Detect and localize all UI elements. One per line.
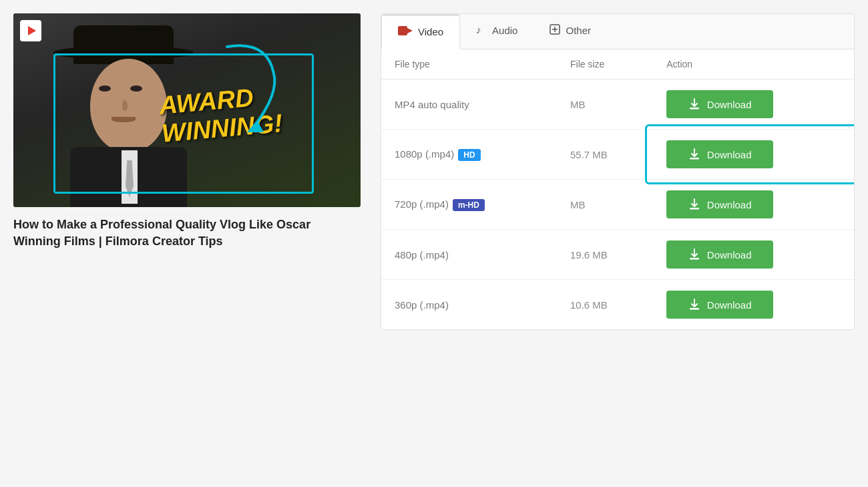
download-button[interactable]: Download [666, 90, 773, 118]
svg-rect-9 [690, 108, 699, 110]
cell-filetype: 1080p (.mp4)HD [381, 130, 557, 180]
cell-filetype: 480p (.mp4) [381, 230, 557, 280]
table-row: 720p (.mp4)m-HDMB Download [381, 180, 854, 230]
cell-filesize: MB [557, 79, 653, 130]
col-header-filetype: File type [381, 49, 557, 79]
svg-text:♪: ♪ [476, 24, 481, 35]
quality-badge: m-HD [453, 199, 485, 211]
download-button[interactable]: Download [666, 291, 773, 319]
music-icon: ♪ [476, 24, 487, 37]
cell-filesize: 55.7 MB [557, 130, 653, 180]
tab-other[interactable]: Other [533, 14, 607, 49]
play-icon [19, 19, 43, 45]
download-button[interactable]: Download [666, 190, 773, 218]
svg-rect-13 [690, 308, 699, 310]
tab-video-label: Video [418, 26, 443, 37]
download-icon [688, 98, 700, 110]
cell-filesize: MB [557, 180, 653, 230]
cell-filesize: 19.6 MB [557, 230, 653, 280]
svg-rect-3 [398, 26, 407, 35]
cell-filetype: 360p (.mp4) [381, 280, 557, 330]
tab-video[interactable]: Video [381, 14, 460, 49]
tab-audio[interactable]: ♪ Audio [460, 14, 533, 49]
tab-bar: Video ♪ Audio Other [381, 14, 854, 49]
plus-icon [550, 24, 560, 37]
cell-action: Download [653, 280, 854, 330]
cell-action: Download [653, 180, 854, 230]
col-header-filesize: File size [557, 49, 653, 79]
download-button[interactable]: Download [666, 140, 773, 168]
cell-action: Download [653, 79, 854, 130]
table-row: 360p (.mp4)10.6 MB Download [381, 280, 854, 330]
download-table: File type File size Action MP4 auto qual… [381, 49, 854, 329]
cell-filetype: MP4 auto quality [381, 79, 557, 130]
right-panel: Video ♪ Audio Other File t [381, 13, 855, 330]
tab-other-label: Other [566, 25, 591, 36]
table-row: MP4 auto qualityMB Download [381, 79, 854, 130]
tab-audio-label: Audio [492, 25, 517, 36]
cell-filesize: 10.6 MB [557, 280, 653, 330]
award-text: AWARD WINNING! [158, 82, 284, 148]
table-row: 1080p (.mp4)HD55.7 MB Download [381, 130, 854, 180]
download-button[interactable]: Download [666, 240, 773, 269]
svg-rect-10 [690, 158, 699, 160]
video-thumbnail: AWARD WINNING! [13, 13, 361, 207]
col-header-action: Action [653, 49, 854, 79]
download-icon [688, 198, 700, 210]
download-icon [688, 299, 700, 311]
video-tab-icon [398, 25, 413, 38]
cell-filetype: 720p (.mp4)m-HD [381, 180, 557, 230]
quality-badge: HD [458, 149, 480, 161]
svg-marker-4 [407, 28, 413, 33]
video-title: How to Make a Professional Quality Vlog … [13, 216, 361, 250]
cell-action: Download [653, 130, 854, 180]
download-icon [688, 148, 700, 160]
svg-rect-12 [690, 258, 699, 260]
table-row: 480p (.mp4)19.6 MB Download [381, 230, 854, 280]
video-bg: AWARD WINNING! [13, 13, 361, 207]
svg-rect-11 [690, 208, 699, 210]
download-icon [688, 249, 700, 261]
left-panel: AWARD WINNING! How to Make a Profession [13, 13, 361, 250]
cell-action: Download [653, 230, 854, 280]
